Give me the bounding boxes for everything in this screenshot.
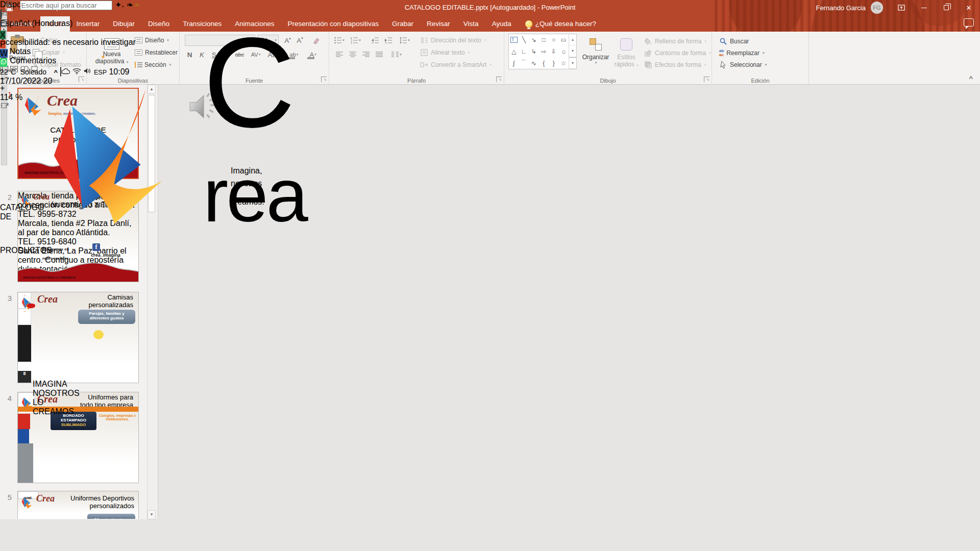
shape-down-arrow-icon[interactable]: ⇩ [549, 46, 559, 58]
thumb-title-1: Uniformes para [88, 393, 133, 401]
keyboard-language[interactable]: ESP [94, 69, 107, 76]
taskbar-powerpoint-active[interactable]: P [0, 40, 140, 49]
font-color-button[interactable]: A▾ [305, 49, 321, 60]
shape-triangle-icon[interactable]: △ [509, 46, 519, 58]
align-text-button: Alinear texto▾ [420, 47, 470, 58]
shape-rectangle-icon[interactable]: □ [539, 34, 549, 46]
tagline-orange: Imagina, [231, 166, 262, 175]
increase-indent-icon[interactable] [382, 35, 394, 46]
shape-arc-icon[interactable]: ⌒ [519, 57, 529, 69]
shape-scribble-icon[interactable]: ∫ [509, 57, 519, 69]
zoom-level[interactable]: 114 % [0, 93, 136, 102]
numbering-icon[interactable]: ▾ [350, 35, 361, 46]
thumb-title-1: Camisas [107, 293, 133, 301]
shape-star-icon[interactable]: ☆ [559, 57, 569, 69]
tab-vista[interactable]: Vista [457, 16, 485, 32]
shape-line-icon[interactable]: ╲ [519, 34, 529, 46]
subtitle-line-2: instituciones. [99, 417, 136, 421]
line-spacing-icon[interactable]: ▾ [399, 35, 410, 46]
tab-diseno[interactable]: Diseño [141, 16, 176, 32]
bullets-icon[interactable]: ▾ [333, 35, 345, 46]
ribbon-display-options-icon[interactable] [890, 0, 913, 15]
group-parrafo: ▾ ▾ ▾ ▾ Dirección del texto▾ Alinear tex… [329, 32, 504, 85]
search-highlight-owl-image[interactable]: ✦✦ ❧❧ [115, 1, 140, 9]
wifi-icon[interactable] [72, 67, 81, 76]
onedrive-cloud-icon[interactable] [61, 67, 70, 76]
columns-icon[interactable]: ▾ [390, 49, 402, 60]
crea-logo-icon [21, 294, 35, 311]
select-button[interactable]: Seleccionar▾ [719, 59, 767, 70]
shape-oval-icon[interactable]: ○ [549, 34, 559, 46]
text-direction-button: Dirección del texto▾ [420, 35, 486, 46]
align-left-icon[interactable] [333, 49, 345, 60]
font-dialog-launcher-icon[interactable] [321, 77, 327, 82]
shape-right-brace-icon[interactable]: } [549, 57, 559, 69]
section-button[interactable]: Sección▾ [135, 59, 171, 70]
user-name[interactable]: Fernando Garcia [816, 4, 866, 12]
shape-pentagon-icon[interactable]: ⌂ [559, 46, 569, 58]
weather-temp[interactable]: 22°C [0, 68, 16, 76]
badge-text: Diferentes deportes y [94, 518, 128, 519]
restore-button[interactable] [935, 0, 958, 15]
replace-label: Reemplazar [726, 49, 760, 57]
arrange-button[interactable]: Organizar ▾ [581, 33, 610, 81]
bold-button[interactable]: N [184, 49, 195, 60]
shape-right-arrow-icon[interactable]: ⇨ [539, 46, 549, 58]
slide-thumbnail-3[interactable]: Crea Camisas personalizadas → → Parejas,… [17, 292, 139, 383]
shapes-scroll-up-icon[interactable]: ▲ [569, 34, 576, 45]
task-view-button[interactable] [0, 19, 140, 31]
group-dibujo: ╲ ↘ □ ○ ▭ △ ∟ ↳ ⇨ ⇩ ⌂ ∫ ⌒ ∿ { } ☆ [504, 32, 712, 85]
collapse-ribbon-icon[interactable]: ^ [969, 74, 973, 82]
shape-curve-icon[interactable]: ∿ [529, 57, 539, 69]
shapes-scrollbar[interactable]: ▲▼▼ [569, 34, 576, 69]
slide-thumbnail-5[interactable]: Crea Uniformes Deportivos personalizados… [17, 491, 139, 519]
taskbar-word[interactable]: W [0, 49, 140, 58]
tab-ayuda[interactable]: Ayuda [485, 16, 518, 32]
decrease-indent-icon[interactable] [369, 35, 381, 46]
action-center-icon[interactable]: 20 [43, 77, 53, 85]
taskbar-whatsapp[interactable] [0, 58, 140, 67]
replace-icon: abac [719, 49, 724, 57]
reset-button[interactable]: Restablecer [135, 47, 178, 58]
taskbar-search[interactable]: ✦✦ ❧❧ [0, 0, 140, 10]
shape-arrow-icon[interactable]: ↘ [529, 34, 539, 46]
select-label: Seleccionar [730, 61, 762, 68]
shape-left-brace-icon[interactable]: { [539, 57, 549, 69]
shapes-more-icon[interactable]: ▼ [569, 57, 576, 69]
align-right-icon[interactable] [360, 49, 372, 60]
shape-textbox-icon[interactable] [509, 34, 519, 46]
tab-grabar[interactable]: Grabar [385, 16, 420, 32]
hidden-icons-chevron[interactable]: ^ [54, 68, 58, 76]
taskbar-excel[interactable]: X [0, 31, 140, 40]
replace-button[interactable]: abacReemplazar▾ [719, 47, 765, 59]
avatar[interactable]: FG [871, 2, 883, 14]
quick-styles-label-2: rápidos [614, 61, 634, 68]
slide-footer-text[interactable]: IMAGINA NOSOTROS LO CREAMOS [33, 380, 80, 416]
slide-number: 3 [4, 294, 15, 303]
volume-icon[interactable] [84, 67, 92, 76]
polo-photo [18, 429, 29, 443]
weather-desc[interactable]: Soleado [20, 68, 46, 76]
fit-slide-to-window-icon[interactable] [0, 102, 136, 111]
text-direction-label: Dirección del texto [431, 37, 481, 44]
align-center-icon[interactable] [347, 49, 358, 60]
tab-revisar[interactable]: Revisar [420, 16, 457, 32]
clear-formatting-icon[interactable] [310, 35, 322, 46]
section-label: Sección [144, 61, 166, 68]
cortana-button[interactable] [0, 10, 140, 19]
store-tel: TEL. 9519-6840 [18, 237, 77, 246]
paragraph-dialog-launcher-icon[interactable] [496, 77, 502, 82]
comments-icon[interactable] [964, 18, 974, 27]
search-input[interactable] [20, 1, 112, 10]
shape-elbow-arrow-icon[interactable]: ↳ [529, 46, 539, 58]
scroll-down-icon[interactable]: ▼ [148, 510, 156, 519]
shapes-scroll-down-icon[interactable]: ▼ [569, 45, 576, 57]
justify-icon[interactable] [373, 49, 385, 60]
tell-me-box[interactable]: ¿Qué desea hacer? [535, 16, 596, 32]
find-button[interactable]: Buscar [719, 36, 749, 47]
drawing-dialog-launcher-icon[interactable] [704, 77, 709, 82]
minimize-button[interactable] [913, 0, 935, 15]
close-button[interactable]: ✕ [958, 0, 980, 15]
shape-elbow-icon[interactable]: ∟ [519, 46, 529, 58]
shape-rounded-rectangle-icon[interactable]: ▭ [559, 34, 569, 46]
